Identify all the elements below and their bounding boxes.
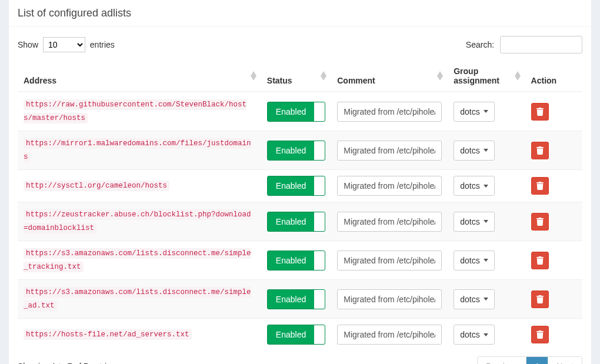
address-url[interactable]: http://sysctl.org/cameleon/hosts: [24, 181, 169, 191]
comment-cell: [331, 319, 448, 351]
pagination-page-1[interactable]: 1: [526, 357, 548, 364]
status-cell: Enabled: [261, 92, 331, 131]
status-cell: Enabled: [261, 280, 331, 319]
status-toggle[interactable]: Enabled: [267, 325, 325, 345]
comment-input[interactable]: [337, 141, 442, 161]
group-label: dotcs: [460, 330, 479, 339]
delete-button[interactable]: [531, 177, 549, 195]
delete-button[interactable]: [531, 252, 549, 269]
pagination-next[interactable]: Next: [548, 357, 582, 364]
status-toggle[interactable]: Enabled: [267, 176, 325, 196]
panel-body: Show 10 entries Search: Address: [9, 27, 591, 364]
sort-icon: [515, 71, 521, 81]
pagination-previous[interactable]: Previous: [478, 357, 526, 364]
address-cell: https://hosts-file.net/ad_servers.txt: [18, 319, 261, 351]
comment-input[interactable]: [337, 102, 442, 122]
search-input[interactable]: [500, 36, 582, 54]
trash-icon: [536, 295, 544, 303]
group-label: dotcs: [460, 256, 479, 265]
column-header-status[interactable]: Status: [261, 61, 331, 92]
group-dropdown[interactable]: dotcs: [454, 102, 494, 122]
address-cell: https://zeustracker.abuse.ch/blocklist.p…: [18, 202, 261, 241]
group-dropdown[interactable]: dotcs: [454, 212, 494, 232]
address-url[interactable]: https://zeustracker.abuse.ch/blocklist.p…: [24, 209, 251, 233]
status-cell: Enabled: [261, 131, 331, 170]
status-toggle[interactable]: Enabled: [267, 212, 325, 232]
comment-cell: [331, 131, 448, 170]
trash-icon: [536, 146, 544, 155]
address-url[interactable]: https://s3.amazonaws.com/lists.disconnec…: [24, 248, 251, 272]
group-cell: dotcs: [448, 92, 525, 131]
sort-icon: [321, 71, 326, 81]
status-toggle[interactable]: Enabled: [267, 289, 325, 309]
chevron-down-icon: [484, 149, 488, 152]
status-label: Enabled: [268, 107, 314, 116]
chevron-down-icon: [484, 298, 488, 300]
chevron-down-icon: [484, 185, 488, 188]
group-dropdown[interactable]: dotcs: [454, 176, 494, 196]
status-caret: [314, 212, 325, 231]
status-cell: Enabled: [261, 202, 331, 241]
comment-cell: [331, 241, 448, 280]
chevron-down-icon: [484, 110, 488, 113]
comment-input[interactable]: [337, 176, 442, 196]
action-cell: [525, 319, 582, 351]
group-cell: dotcs: [448, 170, 525, 202]
status-caret: [314, 141, 325, 160]
chevron-down-icon: [484, 333, 488, 336]
column-header-comment[interactable]: Comment: [331, 61, 448, 92]
comment-input[interactable]: [337, 212, 442, 232]
trash-icon: [536, 108, 544, 116]
address-cell: http://sysctl.org/cameleon/hosts: [18, 170, 261, 202]
group-cell: dotcs: [448, 280, 525, 319]
delete-button[interactable]: [531, 142, 549, 159]
action-cell: [525, 170, 582, 202]
delete-button[interactable]: [531, 290, 549, 308]
status-label: Enabled: [268, 217, 314, 226]
group-cell: dotcs: [448, 319, 525, 351]
group-dropdown[interactable]: dotcs: [454, 251, 494, 271]
column-header-action-label: Action: [531, 76, 557, 85]
panel-title: List of configured adlists: [9, 0, 591, 27]
column-header-group[interactable]: Group assignment: [448, 61, 525, 92]
status-caret: [314, 290, 325, 309]
status-cell: Enabled: [261, 319, 331, 351]
trash-icon: [536, 182, 544, 190]
address-url[interactable]: https://mirror1.malwaredomains.com/files…: [24, 138, 251, 162]
status-toggle[interactable]: Enabled: [267, 102, 325, 122]
address-cell: https://mirror1.malwaredomains.com/files…: [18, 131, 261, 170]
length-suffix: entries: [90, 40, 115, 49]
pagination-previous-link[interactable]: Previous: [478, 357, 526, 364]
comment-cell: [331, 280, 448, 319]
group-cell: dotcs: [448, 241, 525, 280]
comment-input[interactable]: [337, 325, 442, 345]
group-dropdown[interactable]: dotcs: [454, 325, 494, 345]
action-cell: [525, 131, 582, 170]
delete-button[interactable]: [531, 213, 549, 231]
group-dropdown[interactable]: dotcs: [454, 289, 494, 309]
status-caret: [314, 176, 325, 195]
delete-button[interactable]: [531, 326, 549, 343]
pagination-page-1-link[interactable]: 1: [526, 357, 548, 364]
address-url[interactable]: https://raw.githubusercontent.com/Steven…: [24, 99, 246, 123]
group-label: dotcs: [460, 295, 479, 304]
delete-button[interactable]: [531, 103, 549, 121]
status-toggle[interactable]: Enabled: [267, 141, 325, 161]
comment-input[interactable]: [337, 289, 442, 309]
column-header-address[interactable]: Address: [18, 61, 261, 92]
search-label: Search:: [466, 40, 494, 49]
comment-input[interactable]: [337, 251, 442, 271]
trash-icon: [536, 218, 544, 226]
pagination-next-link[interactable]: Next: [548, 357, 582, 364]
status-toggle[interactable]: Enabled: [267, 251, 325, 271]
status-caret: [314, 251, 325, 270]
status-cell: Enabled: [261, 170, 331, 202]
comment-cell: [331, 202, 448, 241]
table-row: https://s3.amazonaws.com/lists.disconnec…: [18, 241, 582, 280]
length-select[interactable]: 10: [43, 37, 85, 52]
address-url[interactable]: https://s3.amazonaws.com/lists.disconnec…: [24, 287, 251, 311]
address-url[interactable]: https://hosts-file.net/ad_servers.txt: [24, 329, 192, 340]
trash-icon: [536, 330, 544, 339]
table-row: https://s3.amazonaws.com/lists.disconnec…: [18, 280, 582, 319]
group-dropdown[interactable]: dotcs: [454, 141, 494, 161]
